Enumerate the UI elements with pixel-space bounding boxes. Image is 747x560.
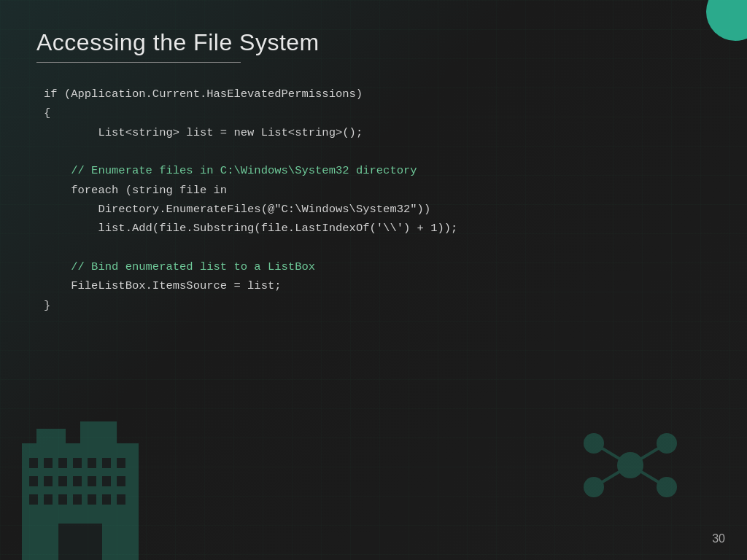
svg-rect-16 [117, 476, 125, 486]
svg-rect-23 [117, 494, 125, 505]
code-comment-1: // Enumerate files in C:\Windows\System3… [71, 164, 417, 177]
svg-rect-14 [88, 476, 96, 486]
svg-rect-5 [58, 458, 67, 468]
svg-rect-15 [102, 476, 111, 486]
svg-rect-2 [80, 421, 117, 451]
svg-rect-7 [88, 458, 96, 468]
svg-rect-1 [36, 429, 66, 451]
svg-rect-17 [29, 494, 38, 505]
svg-rect-19 [58, 494, 67, 505]
slide-content: Accessing the File System if (Applicatio… [0, 0, 747, 337]
svg-rect-9 [117, 458, 125, 468]
code-line-11: FileListBox.ItemsSource = list; [71, 279, 281, 292]
code-line-12: } [44, 299, 50, 312]
svg-rect-20 [73, 494, 82, 505]
code-block: if (Application.Current.HasElevatedPermi… [36, 85, 711, 315]
slide-number: 30 [712, 532, 725, 545]
svg-rect-24 [58, 524, 102, 560]
svg-rect-13 [73, 476, 82, 486]
code-line-3: List<string> list = new List<string>(); [71, 126, 363, 139]
svg-rect-8 [102, 458, 111, 468]
svg-rect-10 [29, 476, 38, 486]
svg-rect-18 [44, 494, 53, 505]
code-comment-2: // Bind enumerated list to a ListBox [71, 260, 315, 273]
svg-rect-21 [88, 494, 96, 505]
code-line-8: list.Add(file.Substring(file.LastIndexOf… [98, 222, 457, 235]
title-divider [36, 62, 241, 63]
svg-rect-11 [44, 476, 53, 486]
code-line-1: if (Application.Current.HasElevatedPermi… [44, 88, 363, 101]
code-line-7: Directory.EnumerateFiles(@"C:\Windows\Sy… [98, 203, 430, 216]
slide-title: Accessing the File System [36, 29, 711, 56]
svg-rect-22 [102, 494, 111, 505]
building-background [0, 414, 160, 560]
svg-rect-6 [73, 458, 82, 468]
slide: Accessing the File System if (Applicatio… [0, 0, 747, 560]
svg-rect-3 [29, 458, 38, 468]
svg-rect-4 [44, 458, 53, 468]
code-line-2: { [44, 106, 50, 120]
code-line-6: foreach (string file in [71, 184, 227, 197]
svg-rect-12 [58, 476, 67, 486]
molecule-background [572, 414, 689, 516]
